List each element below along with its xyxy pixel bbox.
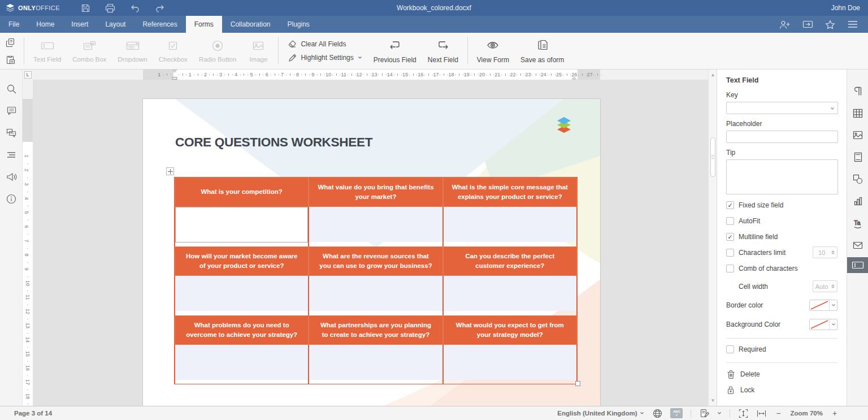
about-icon[interactable]	[6, 193, 17, 205]
answer-field-cell[interactable]	[443, 345, 577, 384]
undo-button[interactable]	[130, 3, 140, 13]
question-header-cell[interactable]: What problems do you need to overcome to…	[175, 315, 309, 345]
background-color-picker[interactable]	[809, 319, 837, 330]
text-form-field[interactable]	[444, 207, 576, 242]
comments-icon[interactable]	[6, 105, 17, 116]
answer-field-cell[interactable]	[309, 345, 442, 384]
textart-settings-button[interactable]: Ta	[847, 215, 868, 231]
highlight-settings-button[interactable]: Highlight Settings	[288, 53, 362, 62]
vertical-scrollbar[interactable]: ▲ ▼	[708, 70, 717, 406]
tip-textarea[interactable]	[726, 159, 838, 194]
set-language-globe-button[interactable]	[652, 408, 662, 418]
cell-width-spinner[interactable]: Auto	[813, 280, 837, 292]
image-settings-button[interactable]	[847, 127, 868, 143]
menu-button[interactable]	[844, 18, 861, 31]
text-form-field[interactable]	[309, 345, 442, 380]
answer-field-cell[interactable]	[443, 276, 577, 315]
tab-collaboration[interactable]: Collaboration	[222, 16, 279, 33]
user-name[interactable]: John Doe	[831, 4, 868, 12]
headings-icon[interactable]	[6, 149, 17, 161]
clear-all-fields-button[interactable]: Clear All Fields	[288, 40, 362, 49]
favorite-button[interactable]	[822, 18, 839, 31]
mailmerge-settings-button[interactable]	[847, 237, 868, 253]
search-icon[interactable]	[6, 83, 17, 94]
tab-home[interactable]: Home	[28, 16, 63, 33]
save-copy-button[interactable]	[799, 18, 816, 31]
text-form-field[interactable]	[309, 207, 442, 242]
print-button[interactable]	[105, 3, 115, 13]
text-form-field[interactable]	[444, 345, 576, 380]
comb-of-characters-checkbox[interactable]	[726, 265, 734, 272]
tab-insert[interactable]: Insert	[63, 16, 97, 33]
question-header-cell[interactable]: What value do you bring that benefits yo…	[309, 177, 442, 207]
text-form-field[interactable]	[175, 276, 308, 311]
placeholder-input[interactable]	[726, 131, 838, 143]
table-resize-handle[interactable]	[575, 381, 580, 386]
question-header-cell[interactable]: What is your competition?	[175, 177, 309, 207]
scrollbar-thumb[interactable]	[710, 137, 715, 177]
fixed-size-field-checkbox[interactable]: ✓	[726, 201, 734, 209]
feedback-icon[interactable]	[6, 171, 17, 183]
copy-button[interactable]	[5, 37, 16, 48]
delete-button[interactable]: Delete	[726, 370, 837, 379]
chart-settings-button[interactable]	[847, 193, 868, 209]
lock-button[interactable]: Lock	[726, 386, 837, 395]
redo-button[interactable]	[155, 3, 165, 13]
required-checkbox[interactable]	[726, 345, 734, 353]
answer-field-cell[interactable]	[175, 345, 309, 384]
page-indicator[interactable]: Page 3 of 14	[0, 410, 52, 417]
zoom-out-button[interactable]: −	[774, 409, 782, 418]
spell-check-button[interactable]: ABC✓	[670, 408, 683, 418]
characters-limit-spinner[interactable]: 10	[813, 246, 837, 258]
save-button[interactable]	[80, 3, 90, 13]
autofit-checkbox[interactable]	[726, 217, 734, 225]
add-user-button[interactable]	[776, 18, 793, 31]
characters-limit-checkbox[interactable]	[726, 249, 734, 257]
question-header-cell[interactable]: What is the simple core message that exp…	[443, 177, 577, 207]
paste-button[interactable]	[5, 54, 16, 65]
worksheet-title[interactable]: CORE QUESTIONS WORKSHEET	[175, 135, 372, 150]
answer-field-cell[interactable]	[309, 207, 442, 246]
question-header-cell[interactable]: What are the revenue sources that you ca…	[309, 246, 442, 276]
tab-stop-selector[interactable]: L	[24, 71, 32, 79]
previous-field-button[interactable]: Previous Field	[368, 33, 422, 69]
chevron-down-icon[interactable]	[717, 411, 722, 415]
paragraph-settings-button[interactable]	[847, 83, 868, 99]
answer-field-cell[interactable]	[443, 207, 577, 246]
document-page[interactable]: CORE QUESTIONS WORKSHEET What is your co…	[143, 99, 600, 406]
question-header-cell[interactable]: Can you describe the perfect customer ex…	[443, 246, 577, 276]
page-settings-button[interactable]	[847, 149, 868, 165]
tab-forms[interactable]: Forms	[186, 16, 222, 33]
question-header-cell[interactable]: What partnerships are you planning to cr…	[309, 315, 442, 345]
answer-field-cell[interactable]	[309, 276, 442, 315]
question-header-cell[interactable]: What would you expect to get from your s…	[443, 315, 577, 345]
tab-layout[interactable]: Layout	[97, 16, 134, 33]
text-form-field[interactable]	[175, 345, 308, 380]
save-as-oform-button[interactable]: Save as oform	[515, 33, 570, 69]
scroll-up-arrow[interactable]: ▲	[710, 72, 716, 78]
track-changes-button[interactable]	[699, 408, 709, 418]
horizontal-ruler[interactable]: 1123456789101112131415161718192021222324…	[33, 70, 708, 80]
question-header-cell[interactable]: How will your market become aware of you…	[175, 246, 309, 276]
first-line-indent-marker[interactable]	[172, 70, 177, 73]
questions-table[interactable]: What is your competition?What value do y…	[174, 177, 578, 384]
multiline-field-checkbox[interactable]: ✓	[726, 233, 734, 241]
border-color-picker[interactable]	[809, 300, 837, 311]
text-form-field[interactable]	[175, 207, 308, 243]
view-form-button[interactable]: View Form	[471, 33, 515, 69]
chat-icon[interactable]	[6, 127, 17, 138]
fit-width-button[interactable]	[756, 408, 766, 418]
language-selector[interactable]: English (United Kingdom)	[557, 410, 644, 417]
fit-page-button[interactable]	[738, 408, 748, 418]
shape-settings-button[interactable]	[847, 171, 868, 187]
table-move-handle[interactable]	[166, 167, 174, 175]
text-form-field[interactable]	[444, 276, 576, 311]
table-settings-button[interactable]	[847, 105, 868, 121]
key-combobox[interactable]	[726, 102, 838, 114]
tab-file[interactable]: File	[0, 16, 28, 33]
text-form-field[interactable]	[309, 276, 442, 311]
answer-field-cell[interactable]	[175, 276, 309, 315]
tab-references[interactable]: References	[134, 16, 185, 33]
next-field-button[interactable]: Next Field	[422, 33, 464, 69]
zoom-in-button[interactable]: +	[831, 409, 839, 418]
